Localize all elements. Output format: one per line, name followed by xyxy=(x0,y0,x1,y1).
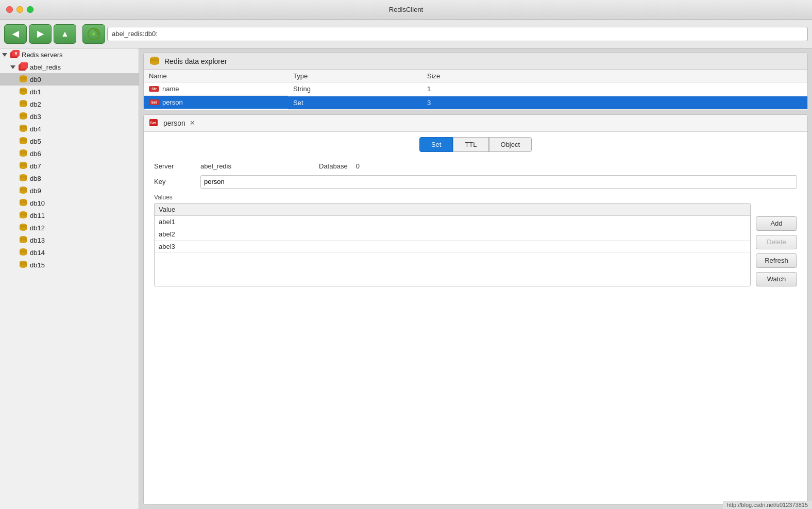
detail-key-name: person xyxy=(163,119,185,127)
values-label: Values xyxy=(154,194,797,201)
db-label: db10 xyxy=(30,199,45,207)
delete-button[interactable]: Delete xyxy=(756,235,797,249)
up-button[interactable]: ▲ xyxy=(54,24,76,44)
close-button[interactable] xyxy=(6,6,13,13)
svg-rect-9 xyxy=(21,62,28,69)
db-label: db4 xyxy=(30,125,41,133)
values-table: Value abel1abel2abel3 xyxy=(155,203,750,253)
explorer-panel: Redis data explorer Name Type Size Str n… xyxy=(143,53,808,110)
col-name: Name xyxy=(144,70,288,82)
col-type: Type xyxy=(288,70,422,82)
sidebar-item-db12[interactable]: db12 xyxy=(0,222,139,234)
list-item[interactable]: abel2 xyxy=(155,228,750,240)
close-detail-button[interactable]: ✕ xyxy=(189,119,197,127)
values-table-container: Value abel1abel2abel3 xyxy=(154,203,751,286)
abel-redis-icon xyxy=(18,62,28,72)
sidebar-item-db15[interactable]: db15 xyxy=(0,259,139,271)
table-row[interactable]: Str name String 1 xyxy=(144,82,807,96)
redis-servers-label: Redis servers xyxy=(22,51,62,59)
svg-point-30 xyxy=(20,154,27,157)
cell-extra xyxy=(525,82,807,96)
cell-value: abel1 xyxy=(155,215,750,228)
address-bar[interactable]: abel_redis:db0: xyxy=(107,27,808,41)
tab-set[interactable]: Set xyxy=(419,137,453,152)
sidebar-item-db7[interactable]: db7 xyxy=(0,160,139,172)
title-bar: RedisClient xyxy=(0,0,812,20)
connection-refresh-button[interactable] xyxy=(82,24,105,44)
db-label: db1 xyxy=(30,88,41,96)
explorer-panel-header: Redis data explorer xyxy=(144,53,807,70)
svg-point-21 xyxy=(20,116,27,120)
svg-point-36 xyxy=(20,178,27,181)
sidebar-item-db4[interactable]: db4 xyxy=(0,123,139,135)
key-label: Key xyxy=(154,178,195,185)
sidebar-item-db14[interactable]: db14 xyxy=(0,246,139,259)
svg-point-2 xyxy=(92,32,95,36)
toolbar: ◀ ▶ ▲ abel_redis:db0: xyxy=(0,20,812,48)
db-cylinder-icon xyxy=(19,75,28,84)
detail-panel-header: Set person ✕ xyxy=(144,115,807,132)
add-button[interactable]: Add xyxy=(756,216,797,231)
minimize-button[interactable] xyxy=(16,6,23,13)
svg-point-51 xyxy=(20,240,27,243)
tab-bar: Set TTL Object xyxy=(144,132,807,157)
sidebar-item-db8[interactable]: db8 xyxy=(0,172,139,184)
col-extra xyxy=(525,70,807,82)
svg-point-12 xyxy=(20,79,27,82)
db-cylinder-icon xyxy=(19,149,28,158)
db-cylinder-icon xyxy=(19,198,28,208)
db-label: db14 xyxy=(30,249,45,257)
sidebar-item-db2[interactable]: db2 xyxy=(0,98,139,110)
database-list: db0 db1 db2 db3 xyxy=(0,73,139,271)
abel-redis-label: abel_redis xyxy=(30,63,61,71)
svg-point-27 xyxy=(20,141,27,144)
svg-point-48 xyxy=(20,228,27,231)
db-label: db13 xyxy=(30,236,45,244)
sidebar-item-db10[interactable]: db10 xyxy=(0,197,139,209)
status-text: http://blog.csdn.net/u012373815 xyxy=(727,502,808,508)
db-label: db6 xyxy=(30,150,41,158)
sidebar-item-db0[interactable]: db0 xyxy=(0,73,139,86)
svg-point-18 xyxy=(20,104,27,107)
sidebar-item-db9[interactable]: db9 xyxy=(0,184,139,197)
tab-ttl[interactable]: TTL xyxy=(453,137,488,152)
db-label: db12 xyxy=(30,224,45,232)
database-value: 0 xyxy=(356,162,360,170)
svg-point-39 xyxy=(20,191,27,194)
cell-name: Set person xyxy=(144,96,288,109)
sidebar-item-redis-servers[interactable]: R Redis servers xyxy=(0,48,139,61)
cell-name: Str name xyxy=(144,82,288,96)
sidebar-item-db6[interactable]: db6 xyxy=(0,147,139,160)
db-cylinder-icon xyxy=(19,161,28,171)
db-cylinder-icon xyxy=(19,223,28,232)
db-cylinder-icon xyxy=(19,87,28,96)
sidebar-item-db11[interactable]: db11 xyxy=(0,209,139,222)
set-icon-header: Set xyxy=(149,118,160,128)
maximize-button[interactable] xyxy=(27,6,33,13)
database-label: Database xyxy=(319,162,348,170)
main-layout: R Redis servers abel_redis db0 xyxy=(0,48,812,509)
expand-icon xyxy=(2,53,7,57)
db-cylinder-icon xyxy=(19,137,28,146)
explorer-table-header: Name Type Size xyxy=(144,70,807,82)
key-input[interactable] xyxy=(200,175,797,189)
sidebar-item-db1[interactable]: db1 xyxy=(0,86,139,98)
sidebar-item-abel-redis[interactable]: abel_redis xyxy=(0,61,139,73)
svg-point-15 xyxy=(20,92,27,95)
sidebar-item-db3[interactable]: db3 xyxy=(0,110,139,123)
tab-object[interactable]: Object xyxy=(489,137,532,152)
address-text: abel_redis:db0: xyxy=(112,30,158,38)
sidebar-item-db13[interactable]: db13 xyxy=(0,234,139,246)
cell-size: 3 xyxy=(422,96,525,109)
list-item[interactable]: abel3 xyxy=(155,240,750,252)
table-row[interactable]: Set person Set 3 xyxy=(144,96,807,109)
forward-button[interactable]: ▶ xyxy=(29,24,52,44)
list-item[interactable]: abel1 xyxy=(155,215,750,228)
watch-button[interactable]: Watch xyxy=(756,272,797,286)
refresh-button[interactable]: Refresh xyxy=(756,253,797,268)
db-icon xyxy=(149,56,160,66)
col-value-header: Value xyxy=(155,203,750,216)
svg-point-33 xyxy=(20,166,27,169)
sidebar-item-db5[interactable]: db5 xyxy=(0,135,139,147)
back-button[interactable]: ◀ xyxy=(4,24,27,44)
